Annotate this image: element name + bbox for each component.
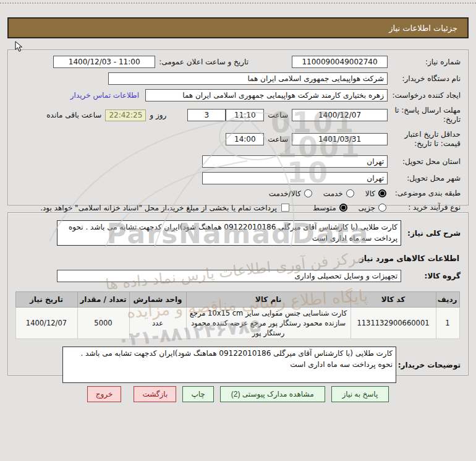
- need-number-label: شماره نیاز:: [388, 58, 461, 67]
- radio-minor[interactable]: [378, 204, 386, 212]
- row-buyer-org: نام دستگاه خریدار: شرکت هواپیمایی جمهوری…: [14, 72, 461, 85]
- items-section-header: اطلاعات کالاهای مورد نیاز: [15, 254, 459, 263]
- item-group-field[interactable]: تجهیزات و وسایل تحصیلی واداری: [57, 270, 401, 282]
- deadline-hour-label: ساعت: [268, 111, 288, 119]
- process-option-medium[interactable]: متوسط: [313, 204, 347, 212]
- city-label: شهر محل تحویل:: [388, 174, 461, 183]
- action-buttons: پاسخ به نیاز مشاهده مدارک پیوستی (2) چاپ…: [0, 386, 476, 402]
- row-city: شهر محل تحویل: تهران: [14, 172, 461, 184]
- cell-quantity: 5000: [77, 308, 129, 339]
- buyer-notes-label: توضیحات خریدار:: [396, 361, 461, 369]
- cell-row-no: 1: [436, 308, 459, 339]
- deadline-days-suffix: روز و: [150, 111, 166, 119]
- treasury-note: پرداخت تمام یا بخشی از مبلغ خرید،از محل …: [40, 204, 277, 212]
- buyer-org-field[interactable]: شرکت هواپیمایی جمهوری اسلامی ایران هما: [108, 72, 388, 85]
- items-table: ردیف کد کالا نام کالا واحد شمارش تعداد /…: [15, 291, 460, 339]
- row-need-desc: شرح کلی نیاز: کارت طلایی (با کارشناس آقا…: [14, 220, 461, 246]
- col-quantity: تعداد / مقدار: [77, 292, 129, 308]
- category-option-goods[interactable]: کالا: [365, 189, 386, 198]
- items-panel: شرح کلی نیاز: کارت طلایی (با کارشناس آقا…: [7, 212, 469, 376]
- category-option-service[interactable]: خدمت: [323, 189, 354, 198]
- row-category: طبقه بندی موضوعی: کالا خدمت کالا/خدمت: [14, 189, 461, 198]
- radio-medium[interactable]: [339, 204, 347, 212]
- remaining-suffix: ساعت باقی مانده: [46, 111, 101, 119]
- remaining-time-box: 22:42:25: [105, 110, 146, 121]
- row-province: استان محل تحویل: تهران: [14, 155, 461, 168]
- validity-date-field[interactable]: 1401/03/31: [292, 133, 388, 145]
- buyer-contact-link[interactable]: اطلاعات تماس خریدار: [70, 91, 139, 100]
- category-label: طبقه بندی موضوعی:: [388, 189, 461, 198]
- cell-item-code: 1131132900660001: [351, 308, 436, 339]
- exit-button[interactable]: خروج: [87, 386, 122, 402]
- announce-label: تاریخ و ساعت اعلان عمومی:: [159, 58, 249, 66]
- buyer-org-label: نام دستگاه خریدار:: [388, 74, 461, 84]
- row-requester: ایجاد کننده درخواست: زهره بختیاری کارمند…: [14, 89, 461, 101]
- deadline-label: مهلت ارسال پاسخ: تا تاریخ:: [388, 106, 461, 124]
- top-dotted-divider: [0, 2, 476, 4]
- city-field[interactable]: تهران: [202, 172, 388, 184]
- row-buyer-notes: توضیحات خریدار: کارت طلایی (با کارشناس آ…: [14, 347, 461, 383]
- treasury-checkbox[interactable]: [281, 204, 289, 212]
- need-desc-box[interactable]: کارت طلایی (با کارشناس آقای میرگلی 09122…: [57, 220, 401, 246]
- col-need-date: تاریخ نیاز: [15, 292, 77, 308]
- province-label: استان محل تحویل:: [388, 157, 461, 166]
- row-item-group: گروه کالا: تجهیزات و وسایل تحصیلی واداری: [14, 270, 461, 282]
- table-row: 1 1131132900660001 کارت شناسایی جنس مقوا…: [15, 308, 459, 339]
- row-validity: حداقل تاریخ اعتبار قیمت: تا تاریخ: 1401/…: [14, 130, 461, 149]
- announce-field[interactable]: 1400/12/03 - 11:00: [53, 56, 155, 68]
- radio-goods[interactable]: [378, 189, 386, 197]
- requester-field[interactable]: زهره بختیاری کارمند شرکت هواپیمایی جمهور…: [145, 89, 388, 101]
- deadline-time-field[interactable]: 11:10: [226, 109, 264, 121]
- validity-time-field[interactable]: 14:00: [226, 133, 264, 145]
- page: جزئیات اطلاعات نیاز شماره نیاز: 11000900…: [0, 0, 476, 461]
- radio-goods-service[interactable]: [304, 189, 312, 197]
- validity-hour-label: ساعت: [268, 135, 288, 144]
- cell-unit: عدد: [129, 308, 186, 339]
- page-title: جزئیات اطلاعات نیاز: [389, 24, 457, 33]
- col-item-name: نام کالا: [186, 292, 351, 308]
- row-need-number: شماره نیاز: 1100090049002740 تاریخ و ساع…: [14, 56, 461, 68]
- deadline-date-field[interactable]: 1400/12/07: [292, 109, 388, 121]
- cell-need-date: 1400/12/07: [15, 308, 77, 339]
- requester-label: ایجاد کننده درخواست:: [388, 91, 461, 100]
- mouse-cursor-icon: [15, 41, 23, 52]
- col-item-code: کد کالا: [351, 292, 436, 308]
- province-field[interactable]: تهران: [202, 155, 388, 168]
- need-desc-label: شرح کلی نیاز:: [401, 229, 461, 238]
- back-button[interactable]: بازگشت: [134, 386, 176, 402]
- view-attachments-button[interactable]: مشاهده مدارک پیوستی (2): [220, 386, 325, 402]
- category-option-goods-service[interactable]: کالا/خدمت: [269, 189, 312, 198]
- print-button[interactable]: چاپ: [182, 386, 213, 402]
- row-process-type: نوع فرآیند خرید : جزیی متوسط پرداخت تمام…: [14, 203, 461, 212]
- need-info-panel: شماره نیاز: 1100090049002740 تاریخ و ساع…: [7, 50, 469, 205]
- col-unit: واحد شمارش: [129, 292, 186, 308]
- validity-label: حداقل تاریخ اعتبار قیمت: تا تاریخ:: [388, 130, 461, 149]
- row-deadline: مهلت ارسال پاسخ: تا تاریخ: 1400/12/07 سا…: [14, 106, 461, 124]
- title-bar: جزئیات اطلاعات نیاز: [7, 17, 469, 38]
- item-group-label: گروه کالا:: [401, 272, 461, 280]
- col-row-no: ردیف: [436, 292, 459, 308]
- deadline-days-field[interactable]: 3: [187, 109, 226, 121]
- need-number-field[interactable]: 1100090049002740: [292, 56, 388, 68]
- respond-button[interactable]: پاسخ به نیاز: [331, 386, 389, 402]
- buyer-notes-box[interactable]: کارت طلایی (با کارشناس آقای میرگلی 09122…: [62, 347, 396, 383]
- process-option-minor[interactable]: جزیی: [359, 204, 386, 212]
- radio-service[interactable]: [346, 189, 354, 197]
- process-label: نوع فرآیند خرید :: [388, 203, 461, 212]
- table-header-row: ردیف کد کالا نام کالا واحد شمارش تعداد /…: [15, 292, 459, 308]
- cell-item-name: کارت شناسایی جنس مقوایی سایز 10x15 cm مر…: [186, 308, 351, 339]
